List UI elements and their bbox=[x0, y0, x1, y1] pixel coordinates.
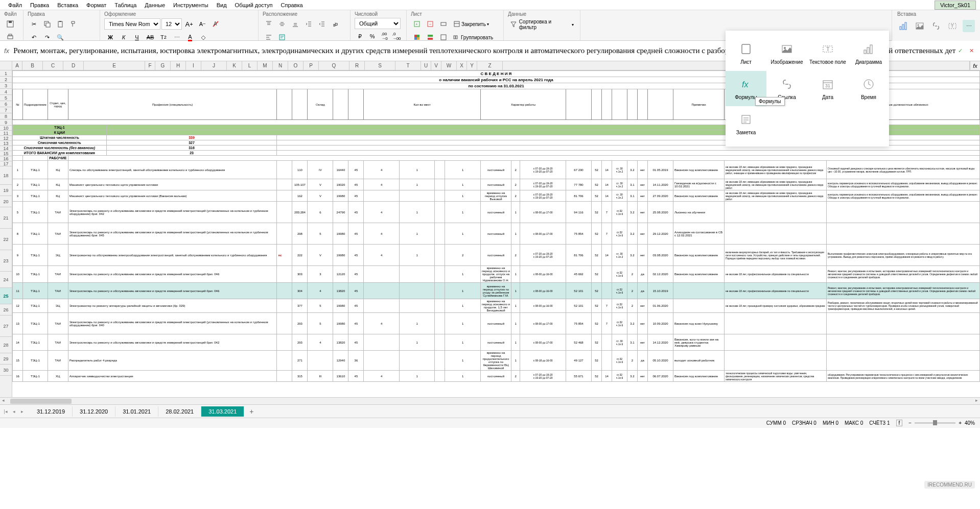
cell[interactable]: выходит основной работник bbox=[673, 351, 725, 371]
cell[interactable]: 55 671 bbox=[566, 371, 592, 382]
cell[interactable]: ТАИ bbox=[48, 283, 68, 299]
row-header[interactable]: 20 bbox=[0, 196, 12, 207]
row-header[interactable]: 7 bbox=[0, 107, 12, 113]
cell[interactable]: нет bbox=[638, 334, 648, 351]
cell[interactable]: 45 692 bbox=[566, 266, 592, 283]
cell[interactable]: 2 bbox=[627, 283, 638, 299]
cell[interactable] bbox=[566, 89, 592, 120]
cell[interactable] bbox=[827, 202, 980, 223]
cell[interactable]: ТЭЦ-1 bbox=[23, 179, 48, 190]
cell[interactable]: 7 bbox=[602, 313, 612, 334]
cell[interactable]: ТАИ bbox=[48, 202, 68, 223]
cell[interactable]: 2 bbox=[627, 299, 638, 313]
status-func-icon[interactable]: f bbox=[896, 420, 903, 426]
cell[interactable]: 05.10.2020 bbox=[648, 351, 673, 371]
cell[interactable]: КЦ bbox=[48, 190, 68, 202]
cell[interactable] bbox=[399, 351, 435, 371]
row-header[interactable]: 4 bbox=[0, 89, 12, 95]
cell[interactable] bbox=[277, 161, 292, 179]
column-header[interactable]: J bbox=[201, 61, 227, 70]
cell[interactable]: с 08-00 до 17-00 bbox=[520, 334, 566, 351]
menubar-item[interactable]: Формат bbox=[82, 1, 110, 9]
cell[interactable]: с 08-00 до 17-00 bbox=[520, 223, 566, 245]
column-header[interactable]: L bbox=[242, 61, 258, 70]
cell[interactable]: временно на период основного и продолж. … bbox=[480, 299, 511, 313]
menubar-item[interactable]: Правка bbox=[26, 1, 53, 9]
cell[interactable]: ст. 30 ч.1п.2 bbox=[612, 190, 627, 202]
align-middle-icon[interactable] bbox=[276, 18, 288, 30]
cell[interactable]: ТЭЦ-1 bbox=[23, 371, 48, 382]
cell[interactable]: 45 bbox=[348, 283, 364, 299]
cell[interactable] bbox=[725, 202, 827, 223]
row-header[interactable]: 11 bbox=[0, 131, 12, 136]
cell[interactable]: 1 bbox=[445, 299, 481, 313]
cell[interactable]: 1 bbox=[445, 179, 481, 190]
cell[interactable]: нет bbox=[638, 299, 648, 313]
cell[interactable]: 52 468 bbox=[566, 334, 592, 351]
cell[interactable]: 2 bbox=[511, 371, 520, 382]
cell[interactable] bbox=[435, 202, 445, 223]
cell[interactable]: ТЭЦ-1 bbox=[23, 223, 48, 245]
cell[interactable] bbox=[435, 299, 445, 313]
row-header[interactable]: 23 bbox=[0, 250, 12, 272]
cell[interactable]: К ЦАИ bbox=[13, 130, 107, 135]
cell[interactable]: ТЭЦ-1 bbox=[23, 161, 48, 179]
cell[interactable]: 4 bbox=[364, 161, 400, 179]
cell[interactable]: 52 bbox=[592, 179, 602, 190]
cell[interactable]: временно на период продолжительного отпу… bbox=[480, 351, 511, 371]
cell[interactable]: 23 bbox=[106, 151, 277, 156]
cell[interactable]: Отдел, цех, город bbox=[48, 89, 68, 120]
column-header[interactable]: V bbox=[431, 61, 441, 70]
cell[interactable]: 293 bbox=[292, 334, 308, 351]
cell[interactable]: 3.2 bbox=[627, 313, 638, 334]
cell[interactable]: 52 bbox=[592, 299, 602, 313]
row-header[interactable]: 19 bbox=[0, 185, 12, 196]
cell[interactable] bbox=[602, 334, 612, 351]
menubar-item[interactable]: Файл bbox=[4, 1, 26, 9]
row-header[interactable]: 1 bbox=[0, 70, 12, 77]
align-bottom-icon[interactable] bbox=[289, 18, 301, 30]
cell[interactable]: 45 bbox=[348, 179, 364, 190]
cell[interactable]: 2 bbox=[511, 161, 520, 179]
column-header[interactable]: P bbox=[304, 61, 319, 70]
cell[interactable]: 1 bbox=[399, 371, 435, 382]
sort-filter-button[interactable]: Сортировка и фильтр▾ bbox=[508, 18, 576, 31]
cell[interactable] bbox=[435, 245, 445, 266]
cut-icon[interactable]: ✂ bbox=[28, 18, 40, 30]
cell[interactable]: Машинист центрального теплового щита упр… bbox=[68, 190, 277, 202]
cell[interactable]: с 08-00 до 17-00 bbox=[520, 313, 566, 334]
cell[interactable]: ТЭЦ-1 bbox=[23, 283, 48, 299]
cell[interactable]: 7 bbox=[602, 223, 612, 245]
cell[interactable]: 105-107 bbox=[292, 179, 308, 190]
decrease-font-icon[interactable]: A− bbox=[196, 18, 208, 30]
column-header[interactable]: T bbox=[395, 61, 421, 70]
cell[interactable]: 3.2 bbox=[627, 161, 638, 179]
cell[interactable]: Слесарь по обслуживанию электростанций, … bbox=[68, 161, 277, 179]
column-header[interactable]: K bbox=[227, 61, 242, 70]
cell[interactable]: Вакансия под комплектование bbox=[673, 371, 725, 382]
sheet-tab[interactable]: 31.12.2019 bbox=[30, 406, 73, 417]
cell[interactable]: Вакансия, кого-то взяли зая на неё, деву… bbox=[673, 334, 725, 351]
tab-nav-prev-icon[interactable]: ◂ bbox=[10, 408, 17, 415]
cell[interactable]: постоянный bbox=[480, 334, 511, 351]
cell[interactable]: нет bbox=[638, 179, 648, 190]
column-header[interactable]: Y bbox=[467, 61, 477, 70]
cell[interactable]: 06.07.2020 bbox=[648, 371, 673, 382]
cell[interactable]: 52 bbox=[592, 202, 602, 223]
cell[interactable]: 1 bbox=[13, 161, 23, 179]
cell[interactable]: 1 bbox=[445, 313, 481, 334]
cell[interactable]: 12120 bbox=[333, 266, 348, 283]
cell[interactable]: 1 bbox=[445, 351, 481, 371]
row-header[interactable]: 2 bbox=[0, 77, 12, 83]
cell[interactable] bbox=[399, 283, 435, 299]
cell[interactable]: 162 bbox=[292, 190, 308, 202]
column-header[interactable]: N bbox=[273, 61, 288, 70]
cell[interactable]: Электрослесарь по ремонту и обслуживанию… bbox=[68, 313, 277, 334]
cell[interactable]: 303 bbox=[292, 266, 308, 283]
cell[interactable]: с 07-20 до 19-20 с 19-20 до 07-20 bbox=[520, 190, 566, 202]
cell[interactable]: ст. 30 ч.1п.6 bbox=[612, 334, 627, 351]
cell[interactable]: 45 bbox=[348, 190, 364, 202]
cell[interactable]: Электрослесарь по ремонту и обслуживанию… bbox=[68, 283, 277, 299]
cell[interactable] bbox=[308, 351, 333, 371]
cell[interactable]: 52 bbox=[592, 266, 602, 283]
